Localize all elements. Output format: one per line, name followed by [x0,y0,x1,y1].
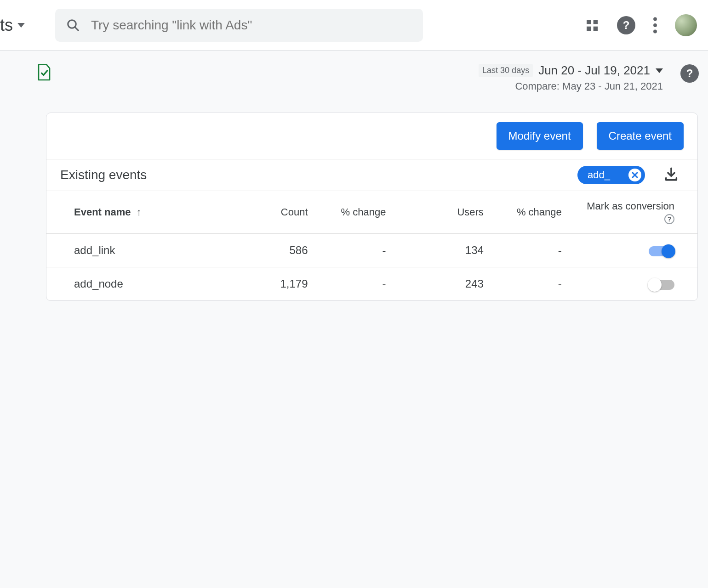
events-card: Modify event Create event Existing event… [46,113,698,301]
filter-chip[interactable]: add_ [577,166,645,184]
cell-count: 586 [228,234,313,267]
cell-change1: - [314,234,392,267]
svg-point-6 [653,17,657,21]
search-box[interactable] [55,9,423,42]
svg-point-7 [653,23,657,27]
cell-users: 243 [391,267,489,301]
col-change2[interactable]: % change [489,191,567,234]
top-bar: ts ? [0,0,708,51]
svg-rect-5 [594,26,598,30]
chevron-down-icon [656,68,663,73]
search-input[interactable] [91,18,412,33]
date-range-picker[interactable]: Last 30 days Jun 20 - Jul 19, 2021 Compa… [479,63,663,92]
cell-conversion [567,267,697,301]
avatar[interactable] [675,14,697,36]
filter-chip-label: add_ [588,169,610,181]
col-change1[interactable]: % change [314,191,392,234]
svg-line-1 [75,27,79,30]
date-range-text: Jun 20 - Jul 19, 2021 [538,63,650,78]
apps-grid-icon[interactable] [585,18,600,33]
help-icon[interactable]: ? [680,64,699,83]
cell-change2: - [489,267,567,301]
cell-change1: - [314,267,392,301]
modify-event-button[interactable]: Modify event [497,122,583,150]
chevron-down-icon [17,23,25,28]
table-header-row: Event name ↑ Count % change Users % chan… [46,191,697,234]
card-title: Existing events [60,168,147,182]
help-icon[interactable]: ? [617,16,635,34]
svg-point-8 [653,29,657,33]
cell-event-name[interactable]: add_link [46,234,228,267]
conversion-toggle[interactable] [649,246,674,256]
table-row: add_node1,179-243- [46,267,697,301]
cell-event-name[interactable]: add_node [46,267,228,301]
clear-filter-icon[interactable] [628,169,641,181]
top-icon-group: ? [585,14,697,36]
cell-users: 134 [391,234,489,267]
svg-rect-3 [594,20,598,24]
col-conversion: Mark as conversion ? [567,191,697,234]
col-users[interactable]: Users [391,191,489,234]
svg-rect-2 [587,20,591,24]
create-event-button[interactable]: Create event [597,122,684,150]
sort-asc-icon: ↑ [137,206,142,218]
cell-conversion [567,234,697,267]
more-vert-icon[interactable] [653,17,657,34]
section-label-truncated: ts [0,16,13,35]
events-table: Event name ↑ Count % change Users % chan… [46,191,697,300]
col-count[interactable]: Count [228,191,313,234]
verified-page-icon [37,63,51,82]
conversion-toggle[interactable] [649,280,674,290]
cell-change2: - [489,234,567,267]
compare-range-text: Compare: May 23 - Jun 21, 2021 [479,80,663,92]
search-icon [66,18,80,32]
col-event-name[interactable]: Event name ↑ [46,191,228,234]
section-dropdown[interactable]: ts [0,16,25,35]
subheader: Last 30 days Jun 20 - Jul 19, 2021 Compa… [0,51,708,99]
cell-count: 1,179 [228,267,313,301]
card-actions: Modify event Create event [46,113,697,159]
date-preset-badge: Last 30 days [479,64,533,77]
help-tooltip-icon[interactable]: ? [664,214,674,224]
svg-rect-4 [587,26,591,30]
table-row: add_link586-134- [46,234,697,267]
download-icon[interactable] [663,166,679,184]
card-header: Existing events add_ [46,159,697,191]
